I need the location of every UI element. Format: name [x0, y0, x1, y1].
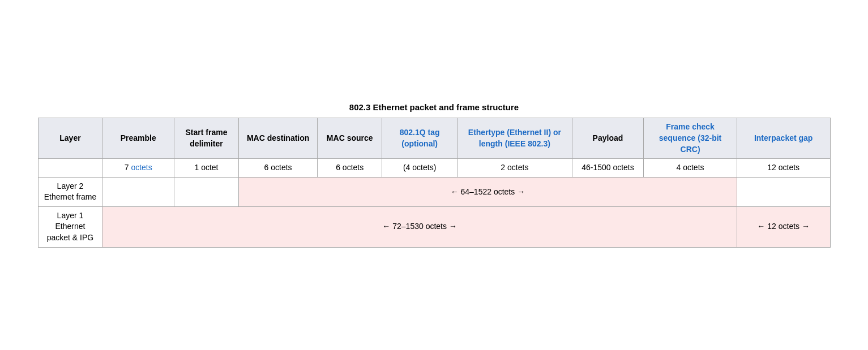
main-container: 802.3 Ethernet packet and frame structur…	[38, 102, 831, 247]
layer2-preamble-empty	[102, 177, 174, 206]
col-header-payload: Payload	[572, 118, 644, 159]
octet-fcs: 4 octets	[644, 159, 737, 178]
col-header-ipg: Interpacket gap	[737, 118, 830, 159]
layer1-ipg: ← 12 octets →	[737, 206, 830, 247]
col-header-ethertype: Ethertype (Ethernet II) or length (IEEE …	[457, 118, 572, 159]
col-header-fcs: Frame check sequence (32-bit CRC)	[644, 118, 737, 159]
octet-layer	[38, 159, 102, 178]
col-header-mac-src: MAC source	[318, 118, 382, 159]
col-header-sfd: Start frame delimiter	[174, 118, 239, 159]
col-header-layer: Layer	[38, 118, 102, 159]
layer2-ipg-empty	[737, 177, 830, 206]
octet-mac-src: 6 octets	[318, 159, 382, 178]
octet-ethertype: 2 octets	[457, 159, 572, 178]
layer2-sfd-empty	[174, 177, 239, 206]
layer2-row: Layer 2 Ethernet frame ← 64–1522 octets …	[38, 177, 830, 206]
octet-preamble: 7 octets	[102, 159, 174, 178]
header-row: Layer Preamble Start frame delimiter MAC…	[38, 118, 830, 159]
octet-sfd: 1 octet	[174, 159, 239, 178]
octet-payload: 46-1500 octets	[572, 159, 644, 178]
octet-ipg: 12 octets	[737, 159, 830, 178]
layer1-label: Layer 1 Ethernet packet & IPG	[38, 206, 102, 247]
layer2-label: Layer 2 Ethernet frame	[38, 177, 102, 206]
ethernet-table: Layer Preamble Start frame delimiter MAC…	[38, 118, 831, 247]
octet-size-row: 7 octets 1 octet 6 octets 6 octets (4 oc…	[38, 159, 830, 178]
table-title: 802.3 Ethernet packet and frame structur…	[38, 102, 831, 112]
col-header-preamble: Preamble	[102, 118, 174, 159]
octet-tag: (4 octets)	[382, 159, 457, 178]
layer1-span: ← 72–1530 octets →	[102, 206, 737, 247]
octet-mac-dest: 6 octets	[238, 159, 317, 178]
layer2-span: ← 64–1522 octets →	[238, 177, 737, 206]
layer1-row: Layer 1 Ethernet packet & IPG ← 72–1530 …	[38, 206, 830, 247]
col-header-mac-dest: MAC destination	[238, 118, 317, 159]
col-header-8021q: 802.1Q tag (optional)	[382, 118, 457, 159]
